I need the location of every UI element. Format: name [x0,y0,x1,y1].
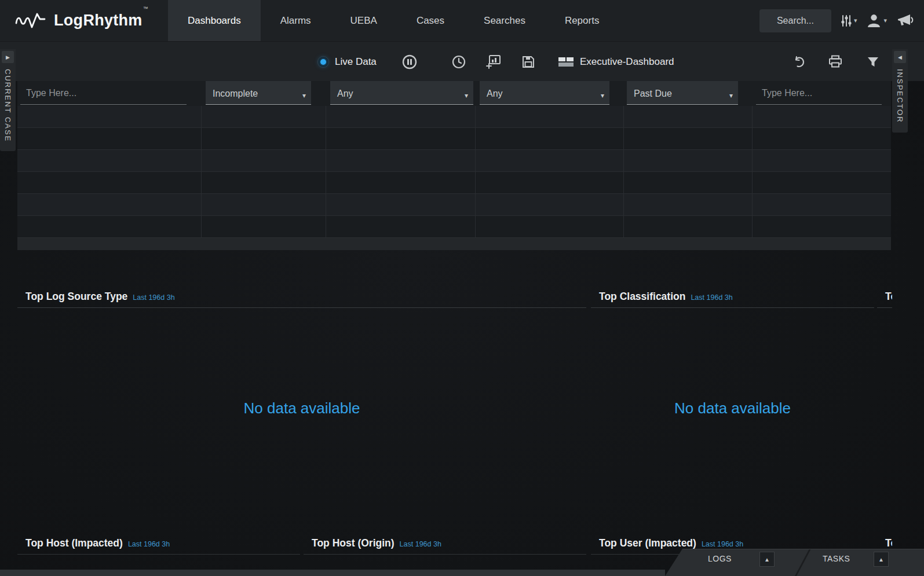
grid-empty-row [17,216,891,238]
chevron-up-icon: ▲ [764,556,770,563]
current-case-expand-button[interactable]: ▶ [2,51,14,63]
printer-icon [828,55,842,68]
horizontal-scrollbar[interactable] [0,570,665,576]
no-data-message: No data available [591,399,874,417]
filter-dropdown-2[interactable]: Any▾ [330,81,473,105]
brand-name: LogRhythm [54,12,143,29]
logs-expand-button[interactable]: ▲ [759,552,775,567]
filter-dropdown-3[interactable]: Any▾ [480,81,609,105]
widget-header: Top Host (Impacted) Last 196d 3h [17,530,300,549]
widget-header: Top User (Impacted) Last 196d 3h [591,530,874,549]
grid-filter-row: Incomplete▾ Any▾ Any▾ Past Due▾ [17,81,891,106]
inspector-expand-button[interactable]: ◀ [894,51,906,63]
widget-divider [17,554,300,555]
pause-button[interactable] [402,42,417,82]
dashboard-selector[interactable]: Executive-Dashboard [558,42,674,82]
announcements-button[interactable] [896,13,914,28]
nav-tab-dashboards[interactable]: Dashboards [168,0,261,41]
live-data-indicator-icon [317,56,329,68]
trademark-symbol: ™ [143,6,148,12]
pause-icon [402,54,417,69]
widget-divider [591,307,874,308]
widget-title: Top Classification [599,291,685,303]
filter-funnel-icon [867,56,879,68]
nav-right-controls: Search... ▾ [759,0,914,41]
live-data-toggle[interactable]: Live Data [317,42,377,82]
logrhythm-app: LogRhythm™ Dashboards Alarms UEBA Cases … [0,0,924,576]
add-widget-button[interactable] [485,42,501,82]
nav-tab-cases[interactable]: Cases [397,0,464,41]
widget-timespan: Last 196d 3h [400,540,441,548]
current-case-tab[interactable]: CURRENT CASE [3,69,12,142]
widget-header: To [877,284,892,303]
nav-tab-ueba[interactable]: UEBA [331,0,397,41]
grid-column-divider [475,106,476,238]
dashboard-content: Incomplete▾ Any▾ Any▾ Past Due▾ Top Log [16,81,892,569]
chevron-down-icon: ▾ [302,91,306,100]
dock-divider [795,549,811,576]
sliders-icon [841,14,852,28]
dropdown-value: Any [487,89,503,99]
reset-button[interactable] [792,42,806,82]
chevron-down-icon: ▾ [465,91,468,100]
save-dashboard-button[interactable] [521,42,535,82]
dropdown-value: Past Due [634,89,672,99]
chevron-down-icon: ▾ [854,17,857,24]
grid-horizontal-scrollbar[interactable] [17,238,891,250]
main-nav-tabs: Dashboards Alarms UEBA Cases Searches Re… [168,0,619,41]
widget-header: Top Log Source Type Last 196d 3h [17,284,586,303]
save-icon [521,55,535,69]
tasks-tab[interactable]: TASKS [823,549,850,568]
user-icon [866,13,882,28]
arrow-left-icon: ◀ [898,54,902,60]
grid-empty-row [17,194,891,216]
dropdown-value: Any [337,89,353,99]
widget-timespan: Last 196d 3h [128,540,170,548]
text-filter-input-1[interactable] [20,81,187,105]
settings-menu-button[interactable]: ▾ [841,14,857,28]
grid-column-divider [623,106,624,238]
grid-empty-row [17,150,891,172]
dashboard-layout-icon [558,56,574,68]
time-range-button[interactable] [452,42,466,82]
widget-header: To [877,530,892,549]
widget-title: Top User (Impacted) [599,537,696,549]
grid-column-divider [752,106,753,238]
clock-icon [452,55,466,69]
widget-timespan: Last 196d 3h [691,293,732,302]
print-button[interactable] [828,42,842,82]
current-case-panel: ▶ CURRENT CASE [0,49,16,151]
grid-empty-row [17,128,891,150]
inspector-tab[interactable]: INSPECTOR [896,69,904,123]
no-data-message: No data available [17,399,586,417]
grid-column-divider [201,106,202,238]
logs-tab[interactable]: LOGS [708,549,732,568]
dashboard-name: Executive-Dashboard [580,56,674,68]
tasks-expand-button[interactable]: ▲ [874,552,889,567]
due-date-filter-dropdown[interactable]: Past Due▾ [627,81,738,105]
widget-top-log-source-type: Top Log Source Type Last 196d 3h No data… [17,284,586,533]
grid-rows [17,106,891,238]
top-nav: LogRhythm™ Dashboards Alarms UEBA Cases … [0,0,924,41]
live-data-label: Live Data [335,56,377,68]
filter-button[interactable] [867,42,879,82]
nav-tab-searches[interactable]: Searches [464,0,545,41]
widget-divider [877,307,892,308]
widget-header: Top Classification Last 196d 3h [591,284,874,303]
widget-truncated-right: To [877,284,892,533]
arrow-right-icon: ▶ [6,54,10,60]
chevron-down-icon: ▾ [883,17,887,24]
nav-tab-alarms[interactable]: Alarms [261,0,331,41]
widget-timespan: Last 196d 3h [133,293,174,302]
search-button[interactable]: Search... [759,9,831,32]
inspector-panel: ◀ INSPECTOR [892,49,908,133]
widget-top-classification: Top Classification Last 196d 3h No data … [591,284,874,533]
text-filter-input-2[interactable] [756,81,882,105]
widget-divider [17,307,586,308]
user-menu-button[interactable]: ▾ [866,13,887,28]
widget-top-host-impacted: Top Host (Impacted) Last 196d 3h [17,530,300,569]
nav-tab-reports[interactable]: Reports [545,0,619,41]
chevron-up-icon: ▲ [878,556,884,563]
status-filter-dropdown[interactable]: Incomplete▾ [206,81,311,105]
grid-empty-row [17,172,891,194]
